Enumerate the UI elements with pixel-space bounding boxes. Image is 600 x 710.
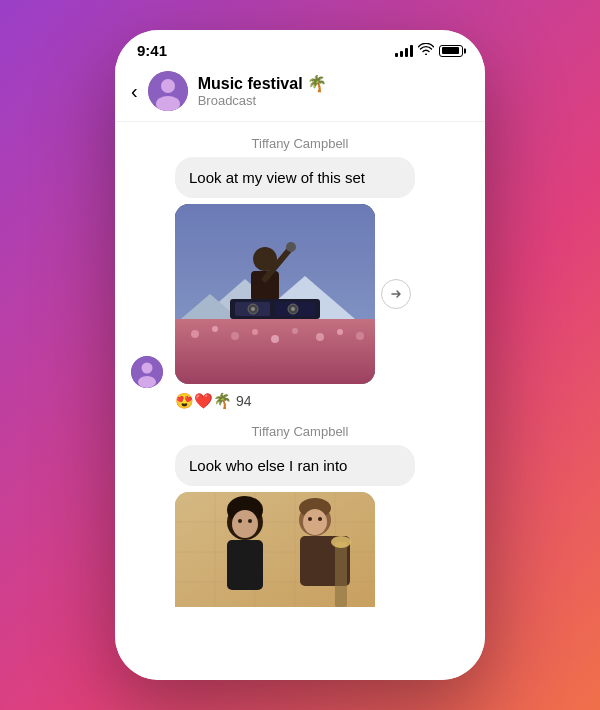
message-bubble-1: Look at my view of this set [175, 157, 415, 198]
svg-point-43 [238, 519, 242, 523]
avatar-image [148, 71, 188, 111]
svg-point-48 [303, 509, 327, 535]
svg-point-1 [161, 79, 175, 93]
people-scene-svg [175, 492, 375, 607]
dj-image [175, 204, 375, 384]
reaction-count: 94 [236, 393, 252, 409]
chat-header: ‹ Music festival 🌴 Broadcast [115, 63, 485, 122]
svg-point-19 [356, 332, 364, 340]
header-info: Music festival 🌴 Broadcast [198, 74, 327, 108]
svg-rect-40 [227, 540, 263, 590]
dj-scene-svg [175, 204, 375, 384]
chat-title: Music festival 🌴 [198, 74, 327, 93]
svg-point-5 [138, 376, 156, 388]
signal-icon [395, 45, 413, 57]
forward-button[interactable] [381, 279, 411, 309]
chat-subtitle: Broadcast [198, 93, 327, 108]
svg-point-4 [142, 363, 153, 374]
svg-point-16 [292, 328, 298, 334]
svg-point-42 [232, 510, 258, 538]
sender-avatar [131, 356, 163, 388]
svg-point-11 [191, 330, 199, 338]
svg-point-30 [291, 307, 295, 311]
svg-point-49 [308, 517, 312, 521]
reactions-row: 😍❤️🌴 94 [175, 392, 485, 410]
reaction-emojis: 😍❤️🌴 [175, 392, 232, 410]
status-bar: 9:41 [115, 30, 485, 63]
chat-body: Tiffany Campbell Look at my view of this… [115, 122, 485, 680]
svg-point-14 [252, 329, 258, 335]
status-time: 9:41 [137, 42, 167, 59]
battery-icon [439, 45, 463, 57]
avatar [148, 71, 188, 111]
svg-point-28 [251, 307, 255, 311]
status-icons [395, 43, 463, 58]
svg-point-18 [337, 329, 343, 335]
people-image [175, 492, 375, 607]
svg-point-52 [331, 536, 351, 548]
svg-rect-10 [175, 319, 375, 384]
image-message-row [115, 204, 485, 388]
svg-point-15 [271, 335, 279, 343]
svg-point-13 [231, 332, 239, 340]
message-bubble-2: Look who else I ran into [175, 445, 415, 486]
svg-point-17 [316, 333, 324, 341]
svg-point-44 [248, 519, 252, 523]
svg-rect-51 [335, 542, 347, 607]
sender-name-1: Tiffany Campbell [115, 136, 485, 151]
svg-point-12 [212, 326, 218, 332]
image-wrapper [175, 204, 375, 384]
svg-point-50 [318, 517, 322, 521]
wifi-icon [418, 43, 434, 58]
sender-name-2: Tiffany Campbell [115, 424, 485, 439]
phone-frame: 9:41 ‹ [115, 30, 485, 680]
svg-point-23 [286, 242, 296, 252]
back-button[interactable]: ‹ [131, 80, 138, 103]
